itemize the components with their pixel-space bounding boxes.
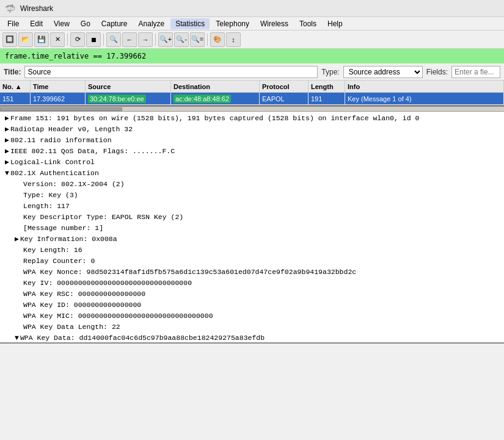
scroll-track[interactable]	[0, 107, 504, 111]
col-header-length[interactable]: Length	[309, 81, 345, 93]
detail-line[interactable]: Key IV: 00000000000000000000000000000000	[0, 278, 504, 289]
expand-arrow[interactable]: ▶	[5, 146, 9, 156]
toolbar-sep1	[67, 34, 68, 46]
packet-list-container: No. ▲ Time Source Destination Protocol L…	[0, 81, 504, 107]
toolbar-colorize[interactable]: 🎨	[210, 32, 225, 47]
expand-arrow[interactable]: ▶	[5, 135, 9, 145]
menu-bar: File Edit View Go Capture Analyze Statis…	[0, 17, 504, 31]
table-row[interactable]: 151 17.399662 30:24:78:be:e0:ee ac:de:48…	[0, 93, 504, 105]
expand-arrow[interactable]: ▶	[5, 124, 9, 134]
expand-arrow[interactable]: ▶	[15, 234, 19, 244]
toolbar-zoom-in[interactable]: 🔍+	[158, 32, 173, 47]
toolbar-new[interactable]: 🔲	[2, 32, 17, 47]
detail-line[interactable]: Length: 117	[0, 201, 504, 212]
detail-line[interactable]: WPA Key MIC: 000000000000000000000000000…	[0, 311, 504, 322]
menu-capture[interactable]: Capture	[97, 18, 133, 29]
detail-line[interactable]: ▶ Radiotap Header v0, Length 32	[0, 124, 504, 135]
detail-line[interactable]: WPA Key RSC: 0000000000000000	[0, 289, 504, 300]
col-header-protocol[interactable]: Protocol	[260, 81, 309, 93]
detail-line[interactable]: Type: Key (3)	[0, 190, 504, 201]
toolbar-zoom-reset[interactable]: 🔍=	[190, 32, 205, 47]
horizontal-scrollbar[interactable]	[0, 107, 504, 112]
app-icon: 🦈	[5, 4, 15, 13]
detail-line[interactable]: ▼ WPA Key Data: dd14000fac04c6d5c97b9aa8…	[0, 333, 504, 344]
menu-analyze[interactable]: Analyze	[134, 18, 170, 29]
col-header-source[interactable]: Source	[86, 81, 171, 93]
toolbar-next[interactable]: →	[138, 32, 153, 47]
active-filter-bar: frame.time_relative == 17.399662	[0, 49, 504, 63]
cell-dest: ac:de:48:a8:48:62	[171, 93, 260, 105]
type-label: Type:	[321, 68, 339, 76]
detail-line[interactable]: ▶ 802.11 radio information	[0, 135, 504, 146]
detail-line[interactable]: Replay Counter: 0	[0, 256, 504, 267]
expand-arrow[interactable]: ▼	[15, 333, 19, 343]
cell-time: 17.399662	[31, 93, 86, 105]
detail-line[interactable]: WPA Key ID: 0000000000000000	[0, 300, 504, 311]
toolbar-zoom-out[interactable]: 🔍-	[174, 32, 189, 47]
detail-line[interactable]: [Message number: 1]	[0, 223, 504, 234]
cell-source: 30:24:78:be:e0:ee	[86, 93, 171, 105]
detail-line[interactable]: ▶ Frame 151: 191 bytes on wire (1528 bit…	[0, 113, 504, 124]
toolbar-prev[interactable]: ←	[122, 32, 137, 47]
packet-detail[interactable]: ▶ Frame 151: 191 bytes on wire (1528 bit…	[0, 112, 504, 344]
toolbar-sep4	[207, 34, 208, 46]
menu-file[interactable]: File	[2, 18, 24, 29]
cell-no: 151	[0, 93, 31, 105]
dest-address: ac:de:48:a8:48:62	[173, 95, 231, 103]
title-bar: 🦈 Wireshark	[0, 0, 504, 17]
cell-protocol: EAPOL	[260, 93, 309, 105]
scroll-thumb[interactable]	[0, 107, 122, 111]
toolbar-stop[interactable]: ⏹	[86, 32, 101, 47]
cell-length: 191	[309, 93, 345, 105]
expand-arrow[interactable]: ▶	[5, 157, 9, 167]
detail-line[interactable]: Key Descriptor Type: EAPOL RSN Key (2)	[0, 212, 504, 223]
col-header-info[interactable]: Info	[345, 81, 504, 93]
menu-wireless[interactable]: Wireless	[255, 18, 293, 29]
title-label: Title:	[4, 68, 21, 76]
menu-edit[interactable]: Edit	[25, 18, 48, 29]
fields-label: Fields:	[426, 68, 448, 76]
expand-arrow[interactable]: ▼	[5, 168, 9, 178]
detail-line[interactable]: ▼ 802.1X Authentication	[0, 168, 504, 179]
source-address: 30:24:78:be:e0:ee	[88, 95, 146, 103]
display-filter-row: Title: Type: Source address Fields:	[0, 63, 504, 81]
detail-line[interactable]: Key Length: 16	[0, 245, 504, 256]
packet-list-header: No. ▲ Time Source Destination Protocol L…	[0, 81, 504, 93]
toolbar-open[interactable]: 📂	[18, 32, 33, 47]
col-header-no[interactable]: No. ▲	[0, 81, 31, 93]
app-title: Wireshark	[20, 4, 53, 13]
filter-expression: frame.time_relative == 17.399662	[5, 52, 146, 60]
col-header-time[interactable]: Time	[31, 81, 86, 93]
menu-telephony[interactable]: Telephony	[211, 18, 254, 29]
fields-input[interactable]	[451, 66, 500, 78]
cell-info: Key (Message 1 of 4)	[345, 93, 504, 105]
toolbar-reload[interactable]: ⟳	[70, 32, 85, 47]
detail-line[interactable]: WPA Key Nonce: 98d502314f8af1d5fb575a6d1…	[0, 267, 504, 278]
menu-tools[interactable]: Tools	[294, 18, 321, 29]
toolbar-sep2	[103, 34, 104, 46]
detail-line[interactable]: Version: 802.1X-2004 (2)	[0, 179, 504, 190]
title-input[interactable]	[24, 66, 318, 78]
expand-arrow[interactable]: ▶	[5, 114, 9, 123]
detail-line[interactable]: WPA Key Data Length: 22	[0, 322, 504, 333]
type-select[interactable]: Source address	[343, 66, 423, 78]
detail-line[interactable]: ▶ Logical-Link Control	[0, 157, 504, 168]
toolbar: 🔲 📂 💾 ✕ ⟳ ⏹ 🔍 ← → 🔍+ 🔍- 🔍= 🎨 ↕	[0, 31, 504, 49]
toolbar-sep3	[155, 34, 156, 46]
toolbar-close[interactable]: ✕	[50, 32, 65, 47]
menu-statistics[interactable]: Statistics	[170, 18, 210, 29]
toolbar-autoscroll[interactable]: ↕	[226, 32, 241, 47]
detail-line[interactable]: ▶ IEEE 802.11 QoS Data, Flags: .......F.…	[0, 146, 504, 157]
toolbar-save[interactable]: 💾	[34, 32, 49, 47]
menu-help[interactable]: Help	[323, 18, 348, 29]
menu-view[interactable]: View	[49, 18, 75, 29]
toolbar-find[interactable]: 🔍	[106, 32, 121, 47]
menu-go[interactable]: Go	[76, 18, 95, 29]
detail-line[interactable]: ▶ Key Information: 0x008a	[0, 234, 504, 245]
col-header-dest[interactable]: Destination	[171, 81, 260, 93]
